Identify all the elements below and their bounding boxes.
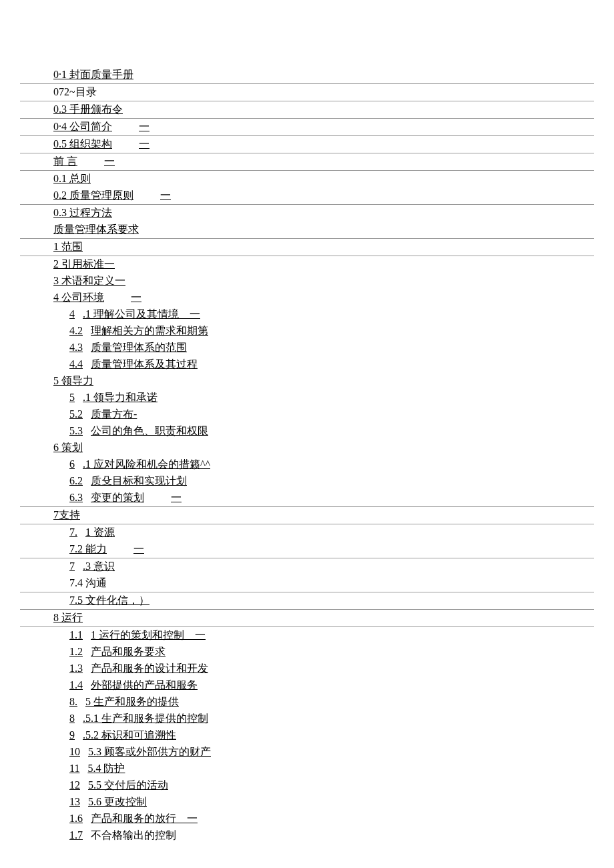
toc-text: 质量方布- <box>91 408 137 422</box>
toc-row[interactable]: 0.2 质量管理原则一 <box>20 187 594 205</box>
toc-row[interactable]: 6.1 应对风险和机会的措籁^^ <box>20 456 594 473</box>
toc-prefix: 9 <box>69 729 75 741</box>
toc-text: 外部提供的产品和服务 <box>91 679 198 693</box>
toc-prefix: 13 <box>69 796 80 808</box>
toc-row[interactable]: 质量管理体系要求 <box>20 222 594 239</box>
toc-text: 7.4 沟通 <box>69 576 107 590</box>
toc-row[interactable]: 4.1 理解公司及其情境 一 <box>20 306 594 323</box>
toc-prefix: 10 <box>69 746 80 758</box>
toc-row[interactable]: 2 引用标准一 <box>20 256 594 273</box>
toc-prefix: 1.4 <box>69 679 83 691</box>
toc-row[interactable]: 6.3变更的策划一 <box>20 490 594 507</box>
toc-text: 5.6 更改控制 <box>88 795 147 809</box>
toc-text: .1 领导力和承诺 <box>83 391 158 405</box>
toc-row[interactable]: 0.5 组织架构一 <box>20 136 594 153</box>
toc-text: 4 公司环境 <box>53 291 104 305</box>
toc-text: 072~目录 <box>53 85 97 99</box>
toc-prefix: 5.3 <box>69 425 83 437</box>
toc-row[interactable]: 7支持 <box>20 507 594 524</box>
toc-row[interactable]: 5.1 领导力和承诺 <box>20 390 594 406</box>
toc-prefix: 4.3 <box>69 342 83 354</box>
toc-suffix: 一 <box>139 137 149 151</box>
toc-row[interactable]: 7.3 意识 <box>20 558 594 575</box>
toc-row[interactable]: 1.4外部提供的产品和服务 <box>20 677 594 694</box>
toc-suffix: 一 <box>171 491 182 505</box>
toc-text: 5 领导力 <box>53 374 93 388</box>
toc-row[interactable]: 0.3 手册颁布令 <box>20 101 594 119</box>
toc-text: 不合格输出的控制 <box>91 829 176 843</box>
toc-text: 理解相关方的需求和期第 <box>91 324 208 338</box>
toc-prefix: 8 <box>69 713 75 725</box>
toc-row[interactable]: 1.3产品和服务的设计和开发 <box>20 661 594 677</box>
toc-prefix: 1.2 <box>69 646 83 658</box>
toc-row[interactable]: 115.4 防护 <box>20 761 594 777</box>
toc-row[interactable]: 5.2质量方布- <box>20 406 594 423</box>
toc-row[interactable]: 8 运行 <box>20 610 594 627</box>
toc-row[interactable]: 1 范围 <box>20 239 594 256</box>
toc-row[interactable]: 1.2产品和服务要求 <box>20 644 594 661</box>
toc-text: 公司的角色、职责和权限 <box>91 424 208 438</box>
toc-row[interactable]: 125.5 交付后的活动 <box>20 777 594 794</box>
toc-row[interactable]: 0·4 公司简介一 <box>20 119 594 136</box>
toc-text: 6 策划 <box>53 441 83 455</box>
toc-prefix: 6 <box>69 458 75 470</box>
toc-row[interactable]: 8.5 生产和服务的提供 <box>20 694 594 711</box>
toc-row[interactable]: 0.1 总则 <box>20 171 594 187</box>
toc-text: 7.5 文件化信，） <box>69 594 149 608</box>
toc-text: 8 运行 <box>53 611 83 625</box>
toc-text: 1 运行的策划和控制 一 <box>91 628 206 642</box>
toc-prefix: 7. <box>69 526 77 538</box>
toc-row[interactable]: 前 言一 <box>20 153 594 171</box>
toc-text: 0.1 总则 <box>53 172 91 186</box>
toc-prefix: 6.3 <box>69 492 83 504</box>
toc-row[interactable]: 0·1 封面质量手册 <box>20 67 594 84</box>
toc-prefix: 4.2 <box>69 325 83 337</box>
toc-row[interactable]: 7.4 沟通 <box>20 575 594 592</box>
toc-text: 0·4 公司简介 <box>53 120 112 134</box>
toc-suffix: 一 <box>160 189 171 203</box>
toc-text: 1 范围 <box>53 240 83 254</box>
toc-row[interactable]: 135.6 更改控制 <box>20 794 594 811</box>
toc-row[interactable]: 7.2 能力一 <box>20 541 594 558</box>
toc-row[interactable]: 4.3质量管理体系的范围 <box>20 340 594 356</box>
toc-text: 5.3 顾客或外部供方的财产 <box>88 745 211 759</box>
toc-row[interactable]: 9.5.2 标识和可追溯性 <box>20 727 594 744</box>
toc-row[interactable]: 6.2质殳目标和实现计划 <box>20 473 594 490</box>
toc-row[interactable]: 7.5 文件化信，） <box>20 592 594 610</box>
toc-text: 5 生产和服务的提供 <box>85 695 179 709</box>
toc-row[interactable]: 4.4质量管理体系及其过程 <box>20 356 594 373</box>
toc-prefix: 7 <box>69 560 75 572</box>
toc-prefix: 1.1 <box>69 629 83 641</box>
toc-prefix: 1.3 <box>69 663 83 675</box>
toc-row[interactable]: 3 术语和定义一 <box>20 273 594 290</box>
toc-suffix: 一 <box>104 155 115 169</box>
toc-prefix: 4.4 <box>69 358 83 370</box>
toc-prefix: 5.2 <box>69 408 83 420</box>
toc-text: 产品和服务的放行 一 <box>91 812 198 826</box>
toc-text: 产品和服务的设计和开发 <box>91 662 208 676</box>
toc-prefix: 1.6 <box>69 813 83 825</box>
toc-row[interactable]: 8.5.1 生产和服务提供的控制 <box>20 711 594 727</box>
toc-row[interactable]: 7.1 资源 <box>20 524 594 541</box>
toc-text: 0·1 封面质量手册 <box>53 68 133 82</box>
toc-text: 1 资源 <box>85 526 115 540</box>
toc-text: .1 应对风险和机会的措籁^^ <box>83 458 210 472</box>
toc-text: 0.2 质量管理原则 <box>53 189 133 203</box>
toc-prefix: 4 <box>69 308 75 320</box>
toc-prefix: 12 <box>69 779 80 791</box>
toc-row[interactable]: 1.6产品和服务的放行 一 <box>20 811 594 827</box>
toc-text: 2 引用标准一 <box>53 258 115 272</box>
toc-row[interactable]: 5.3公司的角色、职责和权限 <box>20 423 594 440</box>
toc-row[interactable]: 1.7不合格输出的控制 <box>20 827 594 844</box>
toc-text: 5.4 防护 <box>87 762 125 776</box>
toc-row[interactable]: 6 策划 <box>20 440 594 456</box>
toc-row[interactable]: 1.11 运行的策划和控制 一 <box>20 627 594 644</box>
toc-row[interactable]: 4.2理解相关方的需求和期第 <box>20 323 594 340</box>
toc-text: 7支持 <box>53 508 80 522</box>
toc-row[interactable]: 5 领导力 <box>20 373 594 390</box>
toc-row[interactable]: 4 公司环境一 <box>20 290 594 306</box>
toc-suffix: 一 <box>133 542 144 556</box>
toc-row[interactable]: 0.3 过程方法 <box>20 205 594 222</box>
toc-row[interactable]: 105.3 顾客或外部供方的财产 <box>20 744 594 761</box>
toc-row[interactable]: 072~目录 <box>20 84 594 101</box>
